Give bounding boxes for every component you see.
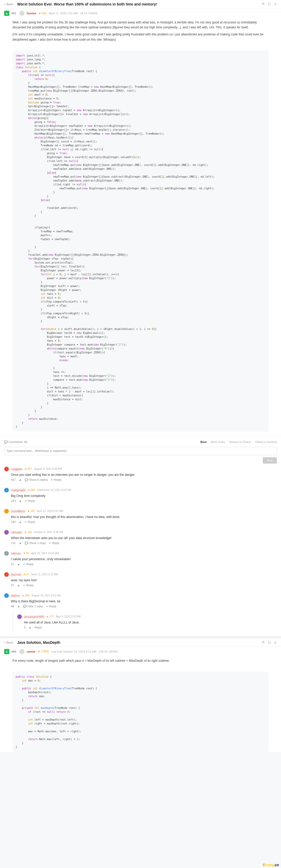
username[interactable]: Genios: [27, 12, 36, 15]
comment-input[interactable]: Type comment here... (Markdown is suppor…: [4, 447, 277, 455]
username[interactable]: rarmie: [27, 650, 35, 653]
reply-button[interactable]: ↩ Reply: [23, 562, 34, 566]
reply-button[interactable]: ↩ Reply: [46, 605, 57, 608]
vote-up-icon[interactable]: ▲: [19, 520, 22, 523]
comment-username[interactable]: peoujmgnzh655: [24, 615, 44, 618]
vote-up-icon[interactable]: ▲: [17, 605, 20, 608]
avatar[interactable]: [4, 593, 9, 598]
vote-up-icon[interactable]: ▲: [29, 626, 32, 629]
vote-count: 489: [11, 650, 16, 653]
reply-button[interactable]: ↩ Reply: [25, 499, 35, 503]
comment-username[interactable]: hjaunalt: [11, 573, 21, 576]
comment-timestamp: May 9, 2022 2:01 PM: [56, 615, 81, 618]
post-title: Worst Solution Ever. Worse than 100% of …: [17, 2, 262, 6]
show-replies-button[interactable]: 💬 Show 5 replies: [25, 478, 48, 482]
comment-text: Once you start writing this in an interv…: [4, 473, 277, 476]
comment-votes: 3: [24, 626, 26, 629]
sort-most-votes[interactable]: Most Votes: [211, 440, 225, 443]
comment-reputation: ★ 47: [23, 573, 29, 576]
comment-text: this is beautiful. how you thought of th…: [4, 515, 277, 519]
share-icon[interactable]: ⇱: [262, 641, 265, 644]
upvote-button[interactable]: ▲: [4, 649, 9, 654]
back-link[interactable]: < Back: [4, 3, 13, 6]
comment-username[interactable]: sdbmsn: [11, 552, 21, 555]
post-body: Well, I was doing the problem for this 3…: [0, 18, 281, 49]
avatar[interactable]: [19, 649, 25, 654]
comment-reputation: ★ 227: [46, 615, 54, 618]
reply-button[interactable]: Reply: [35, 626, 42, 629]
comment-text: wow. my eyes hurt: [4, 579, 277, 582]
comment-text: He used all of Java. Like ALLLL of Java.: [17, 621, 277, 624]
avatar[interactable]: [4, 467, 9, 471]
comment-reputation: ★ 148: [24, 531, 32, 534]
comment-username[interactable]: mlknajsh: [11, 531, 22, 534]
avatar[interactable]: [4, 509, 9, 514]
reply-button[interactable]: ↩ Reply: [25, 520, 35, 524]
post-body: For every node, length of longest path w…: [0, 656, 281, 670]
comment-username[interactable]: reygjgbw: [11, 467, 22, 471]
vote-up-icon[interactable]: ▲: [19, 541, 22, 545]
comment-timestamp: June 12, 2021 5:22 AM: [31, 573, 58, 576]
post-button[interactable]: Post: [263, 457, 277, 464]
vote-up-icon[interactable]: ▲: [17, 584, 20, 587]
vote-up-icon[interactable]: ▲: [19, 478, 22, 481]
comment-timestamp: September 24, 2021 8:03 PM: [37, 489, 71, 491]
comment-reputation: ★ 95: [23, 552, 29, 555]
comment-timestamp: August 18, 2021 8:51 AM: [32, 594, 61, 597]
comment-text: Big Omg time complexity: [4, 494, 277, 498]
comment-votes: 192: [11, 520, 15, 523]
flag-icon[interactable]: ⚠: [274, 2, 277, 6]
comment-timestamp: October 9, 2021 4:38 PM: [34, 531, 63, 534]
timestamp: Last Edit October 18, 2018 8:21 AM · 120…: [51, 650, 118, 653]
flag-icon[interactable]: ⚠: [274, 641, 277, 644]
reply-button[interactable]: ↩ Reply: [49, 541, 59, 545]
avatar[interactable]: [4, 572, 9, 577]
comment-text: When the interviewer asks you to use 'al…: [4, 536, 277, 540]
comment-votes: 131: [11, 541, 15, 545]
avatar[interactable]: [4, 530, 9, 535]
comments-count: Comments: 48: [9, 440, 196, 443]
comment-text: Why is there BigDecimal in here, lol.: [4, 599, 277, 603]
code-block: public class Solution { int max = 0; pub…: [12, 672, 269, 752]
comment-votes: 51: [11, 562, 14, 566]
reply-button[interactable]: ↩ Reply: [23, 584, 34, 587]
show-replies-button[interactable]: 💬 Hide 1 reply: [23, 605, 43, 608]
comment-username[interactable]: Zuhelllflack: [11, 510, 25, 513]
comment-username[interactable]: Cjahgmg89: [11, 489, 26, 492]
vote-up-icon[interactable]: ▲: [19, 499, 22, 502]
comment-votes: 47: [11, 584, 14, 587]
comment-reputation: ★ 192: [27, 510, 35, 513]
comment-votes: 567: [11, 478, 15, 481]
timestamp: April 12, 2020 7:01 AM · 14.1K VIEWS: [49, 12, 98, 15]
vote-count: 491: [11, 12, 16, 15]
back-link[interactable]: < Back: [4, 641, 13, 644]
comment-reputation: ★ 389: [28, 489, 35, 491]
sort-oldest[interactable]: Oldest to Newest: [255, 440, 277, 443]
comment-text: I salute your persistence...truly remark…: [4, 557, 277, 561]
avatar[interactable]: [4, 551, 9, 556]
comments-icon: 💬: [4, 440, 8, 444]
code-block: import java.util.*; import java.lang.*; …: [12, 51, 269, 432]
post-title: Java Solution, MaxDepth: [17, 641, 262, 645]
reply-button[interactable]: ↩ Reply: [51, 478, 61, 482]
sort-newest[interactable]: Newest to Oldest: [229, 440, 251, 443]
comment-reputation: ★ 834: [22, 594, 29, 597]
avatar[interactable]: [19, 11, 25, 16]
comment-reputation: ★ 827: [25, 467, 32, 470]
sort-best[interactable]: Best: [200, 440, 207, 443]
share-icon[interactable]: ⇱: [262, 2, 265, 6]
comment-username[interactable]: dzjbnw: [11, 594, 20, 597]
upvote-button[interactable]: ▲: [4, 11, 9, 16]
reputation: ★ 17008: [37, 650, 49, 653]
reputation: ★ 492: [38, 12, 46, 15]
comment-timestamp: August 9, 2021 8:08 PM: [34, 467, 62, 470]
comment-timestamp: April 12, 2020 9:07 AM: [37, 510, 63, 513]
avatar[interactable]: [17, 614, 22, 619]
bookmark-icon[interactable]: ☐: [268, 2, 271, 6]
comment-votes: 223: [11, 499, 15, 502]
comment-timestamp: April 19, 2021 10:55 AM: [31, 552, 59, 555]
vote-up-icon[interactable]: ▲: [17, 562, 20, 566]
bookmark-icon[interactable]: ☐: [268, 641, 271, 644]
avatar[interactable]: [4, 488, 9, 493]
show-replies-button[interactable]: 💬 Show 1 reply: [25, 541, 46, 545]
